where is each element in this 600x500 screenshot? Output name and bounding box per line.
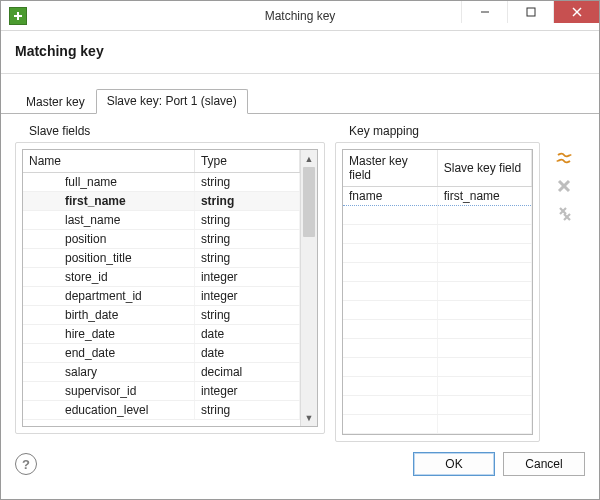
svg-rect-4	[527, 8, 535, 16]
main-panel: Slave fields Name Type full_namestringfi…	[1, 114, 599, 442]
cancel-button[interactable]: Cancel	[503, 452, 585, 476]
slave-fields-label: Slave fields	[29, 124, 325, 138]
window-controls	[461, 1, 599, 30]
field-name: department_id	[23, 287, 194, 306]
remove-all-mappings-button[interactable]	[554, 204, 574, 224]
master-key-field: fname	[343, 187, 437, 206]
table-row[interactable]: supervisor_idinteger	[23, 382, 300, 401]
table-row[interactable]: position_titlestring	[23, 249, 300, 268]
field-type: date	[194, 325, 299, 344]
dialog-header: Matching key	[1, 31, 599, 74]
table-row	[343, 244, 532, 263]
field-type: integer	[194, 268, 299, 287]
table-row[interactable]: birth_datestring	[23, 306, 300, 325]
field-type: string	[194, 401, 299, 420]
svg-marker-8	[556, 160, 558, 162]
table-row	[343, 282, 532, 301]
table-row	[343, 377, 532, 396]
scroll-up-icon[interactable]: ▲	[301, 150, 317, 167]
table-row[interactable]: department_idinteger	[23, 287, 300, 306]
field-name: birth_date	[23, 306, 194, 325]
field-name: store_id	[23, 268, 194, 287]
field-type: string	[194, 306, 299, 325]
field-type: string	[194, 211, 299, 230]
maximize-button[interactable]	[507, 1, 553, 23]
minimize-button[interactable]	[461, 1, 507, 23]
table-row[interactable]: salarydecimal	[23, 363, 300, 382]
svg-rect-2	[17, 12, 19, 20]
field-name: full_name	[23, 173, 194, 192]
table-row	[343, 339, 532, 358]
col-slave-key[interactable]: Slave key field	[437, 150, 531, 187]
col-name[interactable]: Name	[23, 150, 194, 173]
dialog-footer: ? OK Cancel	[1, 442, 599, 490]
close-button[interactable]	[553, 1, 599, 23]
table-row	[343, 358, 532, 377]
mapping-actions	[550, 124, 578, 434]
field-type: string	[194, 192, 299, 211]
field-type: integer	[194, 382, 299, 401]
slave-fields-table[interactable]: Name Type full_namestringfirst_namestrin…	[22, 149, 318, 427]
field-type: string	[194, 249, 299, 268]
key-mapping-table[interactable]: Master key field Slave key field fnamefi…	[342, 149, 533, 435]
field-name: position_title	[23, 249, 194, 268]
auto-map-button[interactable]	[554, 148, 574, 168]
table-row[interactable]: store_idinteger	[23, 268, 300, 287]
table-row[interactable]: fnamefirst_name	[343, 187, 532, 206]
field-type: string	[194, 173, 299, 192]
table-row[interactable]: education_levelstring	[23, 401, 300, 420]
tab-slave-key[interactable]: Slave key: Port 1 (slave)	[96, 89, 248, 114]
remove-mapping-button[interactable]	[554, 176, 574, 196]
ok-button[interactable]: OK	[413, 452, 495, 476]
slave-key-field: first_name	[437, 187, 531, 206]
table-row[interactable]: full_namestring	[23, 173, 300, 192]
field-name: education_level	[23, 401, 194, 420]
table-row[interactable]: positionstring	[23, 230, 300, 249]
field-type: decimal	[194, 363, 299, 382]
tab-master-key[interactable]: Master key	[15, 90, 96, 114]
table-row	[343, 206, 532, 225]
table-row	[343, 320, 532, 339]
tabbar: Master key Slave key: Port 1 (slave)	[1, 74, 599, 114]
table-row[interactable]: first_namestring	[23, 192, 300, 211]
field-type: integer	[194, 287, 299, 306]
table-row[interactable]: end_datedate	[23, 344, 300, 363]
titlebar: Matching key	[1, 1, 599, 31]
field-name: position	[23, 230, 194, 249]
col-master-key[interactable]: Master key field	[343, 150, 437, 187]
app-icon	[9, 7, 27, 25]
table-row	[343, 415, 532, 434]
field-name: supervisor_id	[23, 382, 194, 401]
table-row	[343, 225, 532, 244]
scrollbar[interactable]: ▲ ▼	[300, 150, 317, 426]
field-name: last_name	[23, 211, 194, 230]
key-mapping-label: Key mapping	[349, 124, 540, 138]
field-name: salary	[23, 363, 194, 382]
table-row	[343, 263, 532, 282]
field-type: date	[194, 344, 299, 363]
svg-marker-7	[570, 154, 572, 156]
table-row[interactable]: hire_datedate	[23, 325, 300, 344]
table-row	[343, 301, 532, 320]
page-title: Matching key	[15, 43, 585, 59]
table-row[interactable]: last_namestring	[23, 211, 300, 230]
scroll-track[interactable]	[301, 167, 317, 409]
scroll-thumb[interactable]	[303, 167, 315, 237]
help-button[interactable]: ?	[15, 453, 37, 475]
col-type[interactable]: Type	[194, 150, 299, 173]
field-name: hire_date	[23, 325, 194, 344]
field-type: string	[194, 230, 299, 249]
scroll-down-icon[interactable]: ▼	[301, 409, 317, 426]
field-name: first_name	[23, 192, 194, 211]
field-name: end_date	[23, 344, 194, 363]
table-row	[343, 396, 532, 415]
